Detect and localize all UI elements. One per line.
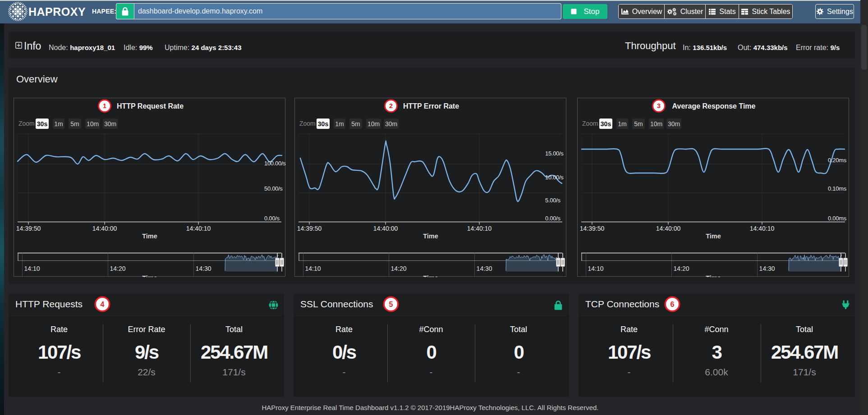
svg-text:Zoom: Zoom [18,120,35,127]
svg-text:14:40:10: 14:40:10 [186,225,211,232]
svg-text:HTTP Error Rate: HTTP Error Rate [403,102,459,110]
svg-text:10m: 10m [87,120,99,128]
svg-text:10m: 10m [650,120,662,128]
svg-text:14:20: 14:20 [110,265,126,272]
svg-text:14:39:50: 14:39:50 [297,225,322,232]
svg-text:1m: 1m [618,120,626,128]
svg-text:14:20: 14:20 [674,265,689,272]
svg-text:5.00/s: 5.00/s [545,197,560,204]
svg-text:6: 6 [671,301,675,308]
svg-text:14:40:00: 14:40:00 [373,225,398,232]
svg-text:5m: 5m [634,120,643,128]
svg-text:2: 2 [389,102,393,109]
svg-text:14:10: 14:10 [305,265,321,272]
svg-text:14:40:10: 14:40:10 [750,225,775,232]
svg-text:10m: 10m [367,120,380,128]
svg-text:30m: 30m [385,120,397,128]
svg-text:Time: Time [423,274,438,277]
svg-text:Average Response Time: Average Response Time [672,102,756,110]
svg-text:1m: 1m [335,120,344,128]
svg-text:14:10: 14:10 [588,265,604,272]
svg-text:14:40:00: 14:40:00 [92,225,117,232]
svg-text:5m: 5m [70,120,79,128]
svg-text:14:30: 14:30 [759,265,775,272]
svg-text:0.20ms: 0.20ms [828,157,847,164]
svg-text:14:39:50: 14:39:50 [580,225,605,232]
svg-text:5: 5 [389,301,393,308]
svg-text:Zoom: Zoom [299,120,316,127]
svg-text:14:39:50: 14:39:50 [16,225,41,232]
svg-text:Time: Time [423,233,438,240]
svg-text:14:20: 14:20 [391,265,407,272]
svg-text:1: 1 [103,102,106,109]
svg-text:14:40:00: 14:40:00 [656,225,681,232]
svg-text:50.00/s: 50.00/s [264,185,283,192]
svg-text:3: 3 [657,102,661,109]
svg-text:HTTP Request Rate: HTTP Request Rate [117,102,184,110]
svg-text:0.10ms: 0.10ms [828,185,847,192]
svg-text:Time: Time [706,233,721,240]
svg-text:30m: 30m [104,120,116,128]
svg-text:1m: 1m [54,120,63,128]
svg-text:14:10: 14:10 [24,265,40,272]
svg-text:10.00/s: 10.00/s [545,174,564,181]
svg-text:30m: 30m [668,120,680,128]
svg-text:Time: Time [142,233,157,240]
svg-text:4: 4 [101,301,105,308]
svg-text:14:40:10: 14:40:10 [467,225,492,232]
svg-text:14:30: 14:30 [196,265,211,272]
svg-text:Zoom: Zoom [582,120,598,127]
svg-text:30s: 30s [37,120,48,128]
svg-text:0.00/s: 0.00/s [545,215,560,222]
svg-text:0.00/s: 0.00/s [264,215,280,222]
svg-text:Time: Time [142,274,157,277]
svg-text:100.00/s: 100.00/s [264,160,286,167]
svg-text:0.00ms: 0.00ms [828,215,847,222]
svg-text:15.00/s: 15.00/s [545,150,564,157]
svg-text:5m: 5m [351,120,360,128]
svg-text:14:30: 14:30 [477,265,492,272]
svg-text:Time: Time [706,274,721,277]
svg-text:30s: 30s [601,120,611,128]
svg-text:30s: 30s [318,120,329,128]
